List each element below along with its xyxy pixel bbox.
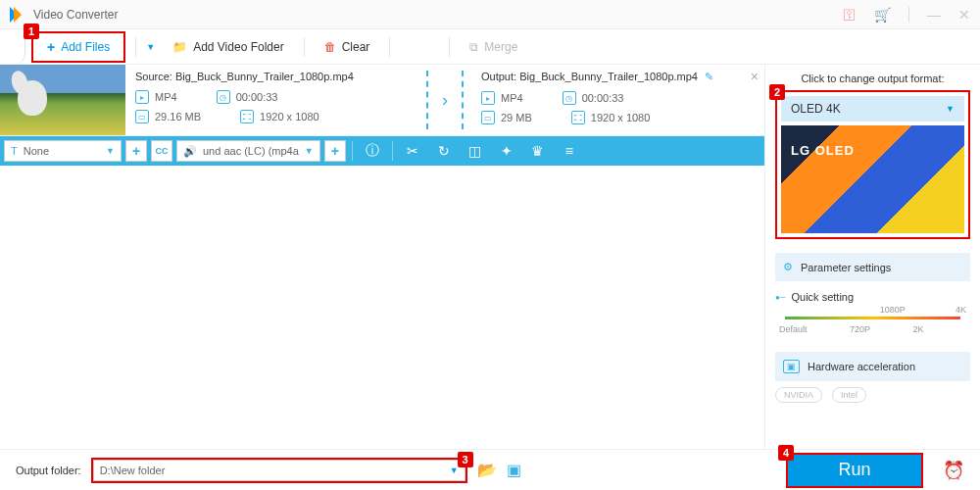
chevron-down-icon: ▼ bbox=[946, 104, 955, 114]
file-row: × Source: Big_Buck_Bunny_Trailer_1080p.m… bbox=[0, 65, 764, 136]
folder-plus-icon: 📁 bbox=[172, 40, 187, 54]
chevron-down-icon: ▼ bbox=[106, 146, 115, 156]
source-format: ▸MP4 bbox=[135, 90, 177, 104]
nvidia-badge: NVIDIA bbox=[775, 387, 822, 403]
arrow-icon: › bbox=[442, 90, 448, 111]
resolution-icon: ⛶ bbox=[240, 110, 254, 123]
hardware-accel-toggle[interactable]: ▣ Hardware acceleration bbox=[775, 352, 970, 381]
output-resolution: ⛶1920 x 1080 bbox=[571, 111, 651, 124]
parameter-settings-button[interactable]: ⚙ Parameter settings bbox=[775, 253, 970, 281]
footer: Output folder: 3 D:\New folder ▼ 📂 ▣ 4 R… bbox=[0, 449, 980, 490]
resolution-icon: ⛶ bbox=[571, 111, 585, 124]
toolbar: 1 + Add Files ▼ 📁 Add Video Folder 🗑 Cle… bbox=[0, 29, 980, 65]
output-format-dropdown[interactable]: OLED 4K ▼ bbox=[781, 96, 964, 122]
watermark-tool-icon[interactable]: ♛ bbox=[524, 137, 552, 165]
add-files-button[interactable]: + Add Files bbox=[37, 35, 120, 59]
app-logo-icon bbox=[10, 7, 25, 23]
plus-icon: + bbox=[47, 39, 55, 55]
schedule-icon[interactable]: ⏰ bbox=[943, 460, 964, 481]
clock-icon: ◷ bbox=[217, 90, 230, 104]
step-marker-3: 3 bbox=[458, 452, 473, 467]
format-icon: ▸ bbox=[481, 91, 495, 105]
step-marker-4: 4 bbox=[778, 445, 794, 461]
output-duration: ◷00:00:33 bbox=[563, 91, 624, 105]
format-title: Click to change output format: bbox=[775, 73, 970, 84]
speaker-icon: 🔊 bbox=[183, 145, 197, 158]
side-panel: Click to change output format: 2 OLED 4K… bbox=[764, 65, 980, 449]
close-icon[interactable]: ✕ bbox=[958, 7, 970, 23]
trash-icon: 🗑 bbox=[324, 40, 336, 54]
video-thumbnail[interactable] bbox=[0, 65, 125, 135]
format-preview[interactable]: LG OLED bbox=[781, 125, 964, 233]
source-resolution: ⛶1920 x 1080 bbox=[240, 110, 319, 123]
clock-icon: ◷ bbox=[563, 91, 576, 105]
source-label: Source: Big_Buck_Bunny_Trailer_1080p.mp4 bbox=[135, 71, 409, 82]
format-icon: ▸ bbox=[135, 90, 149, 104]
output-label: Output: Big_Buck_Bunny_Trailer_1080p.mp4… bbox=[481, 71, 755, 83]
merge-button[interactable]: ⧉ Merge bbox=[460, 36, 527, 58]
app-title: Video Converter bbox=[33, 8, 119, 22]
text-icon: T bbox=[11, 145, 18, 157]
output-size: ▭29 MB bbox=[481, 111, 532, 124]
step-marker-2: 2 bbox=[769, 84, 785, 100]
folder-icon: ▭ bbox=[135, 110, 149, 123]
merge-icon: ⧉ bbox=[469, 40, 478, 54]
subtitle-tool-icon[interactable]: ≡ bbox=[556, 137, 583, 165]
quick-setting-label: ●─ Quick setting bbox=[775, 291, 970, 303]
effect-tool-icon[interactable]: ✦ bbox=[493, 137, 520, 165]
output-folder-label: Output folder: bbox=[16, 465, 81, 476]
main-panel: × Source: Big_Buck_Bunny_Trailer_1080p.m… bbox=[0, 65, 764, 449]
subtitle-dropdown[interactable]: T None ▼ bbox=[4, 140, 122, 162]
output-format: ▸MP4 bbox=[481, 91, 523, 105]
add-audio-button[interactable]: + bbox=[324, 140, 346, 162]
key-icon[interactable]: ⚿ bbox=[843, 7, 857, 23]
app-window: Video Converter ⚿ 🛒 — ✕ 1 + Add Files ▼ … bbox=[0, 0, 980, 490]
minimize-icon[interactable]: — bbox=[927, 7, 941, 23]
cart-icon[interactable]: 🛒 bbox=[874, 7, 891, 23]
edit-output-icon[interactable]: ✎ bbox=[705, 71, 713, 82]
chevron-down-icon: ▼ bbox=[305, 146, 314, 156]
rotate-tool-icon[interactable]: ↻ bbox=[430, 137, 458, 165]
cc-button[interactable]: CC bbox=[151, 140, 172, 162]
clear-button[interactable]: 🗑 Clear bbox=[315, 36, 380, 58]
source-size: ▭29.16 MB bbox=[135, 110, 201, 123]
browse-folder-icon[interactable]: 📂 bbox=[477, 461, 497, 479]
run-button[interactable]: 4 Run bbox=[786, 453, 923, 488]
step-marker-1: 1 bbox=[24, 24, 39, 39]
intel-badge: Intel bbox=[832, 387, 866, 403]
audio-dropdown[interactable]: 🔊 und aac (LC) (mp4a ▼ bbox=[176, 140, 320, 162]
sliders-icon: ⚙ bbox=[783, 261, 793, 273]
trim-tool-icon[interactable]: ✂ bbox=[399, 137, 426, 165]
source-duration: ◷00:00:33 bbox=[217, 90, 278, 104]
titlebar: Video Converter ⚿ 🛒 — ✕ bbox=[0, 0, 980, 29]
open-output-icon[interactable]: ▣ bbox=[507, 461, 521, 479]
quality-slider[interactable]: 1080P 4K Default 720P 2K bbox=[775, 309, 970, 344]
folder-icon: ▭ bbox=[481, 111, 495, 124]
chip-icon: ▣ bbox=[783, 360, 800, 373]
info-tool-icon[interactable]: ⓘ bbox=[359, 137, 386, 165]
add-subtitle-button[interactable]: + bbox=[125, 140, 147, 162]
output-folder-input[interactable]: D:\New folder ▼ bbox=[93, 460, 466, 481]
tv-brand-label: LG OLED bbox=[791, 143, 855, 158]
add-folder-button[interactable]: 📁 Add Video Folder bbox=[163, 36, 294, 58]
dropdown-caret-icon[interactable]: ▼ bbox=[146, 42, 155, 52]
remove-file-icon[interactable]: × bbox=[751, 69, 759, 84]
crop-tool-icon[interactable]: ◫ bbox=[462, 137, 489, 165]
action-bar: T None ▼ + CC 🔊 und aac (LC) (mp4a ▼ + ⓘ… bbox=[0, 136, 764, 166]
